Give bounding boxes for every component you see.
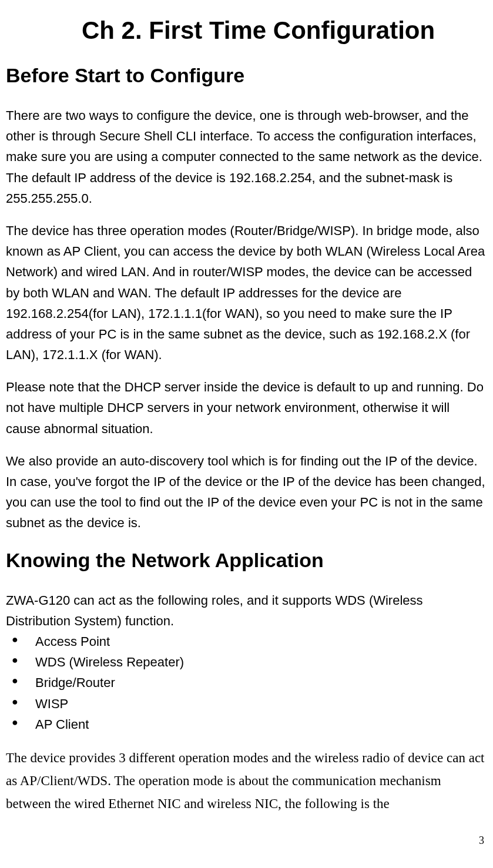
paragraph-text: The device provides 3 different operatio… [6,746,487,815]
chapter-title: Ch 2. First Time Configuration [6,12,487,49]
list-item: AP Client [6,714,487,735]
page-number: 3 [6,833,487,849]
section-title-before-start: Before Start to Configure [6,61,487,91]
paragraph-text: There are two ways to configure the devi… [6,105,487,209]
list-item: WISP [6,693,487,714]
list-item: WDS (Wireless Repeater) [6,652,487,672]
section-title-knowing-network: Knowing the Network Application [6,545,487,575]
list-item: Bridge/Router [6,672,487,693]
paragraph-text: ZWA-G120 can act as the following roles,… [6,590,487,631]
roles-list: Access Point WDS (Wireless Repeater) Bri… [6,631,487,735]
list-item: Access Point [6,631,487,652]
paragraph-text: Please note that the DHCP server inside … [6,377,487,439]
paragraph-text: The device has three operation modes (Ro… [6,220,487,365]
paragraph-text: We also provide an auto-discovery tool w… [6,451,487,534]
